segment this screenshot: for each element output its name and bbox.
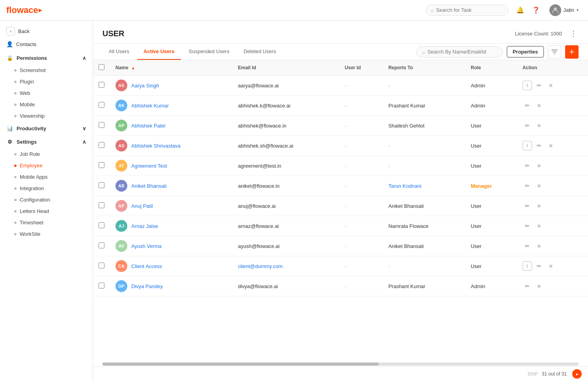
sidebar-item-mobile[interactable]: Mobile [0, 99, 93, 110]
edit-icon[interactable]: ✏ [534, 141, 544, 150]
user-name-link[interactable]: Abhishek Kumar [131, 103, 169, 109]
row-checkbox[interactable] [99, 82, 104, 88]
info-icon[interactable]: i [523, 261, 532, 271]
row-checkbox[interactable] [99, 202, 104, 208]
app-logo[interactable]: flowace▸ [6, 5, 42, 15]
user-name-link[interactable]: Abhishek Patel [131, 123, 166, 129]
menu-icon[interactable]: ≡ [546, 81, 556, 90]
user-name-link[interactable]: Agreement Test [131, 163, 167, 169]
user-name-link[interactable]: Arnaz Jalse [131, 223, 158, 229]
help-icon[interactable]: ❓ [530, 5, 541, 16]
edit-icon[interactable]: ✏ [523, 241, 532, 251]
menu-icon[interactable]: ≡ [534, 221, 544, 231]
reports-to-link[interactable]: Tarun Kodnani [388, 183, 421, 189]
sidebar-item-viewership[interactable]: Viewership [0, 110, 93, 122]
edit-icon[interactable]: ✏ [523, 161, 532, 170]
edit-icon[interactable]: ✏ [534, 261, 544, 271]
row-checkbox-cell[interactable] [93, 116, 110, 136]
row-checkbox-cell[interactable] [93, 256, 110, 276]
tab-all-users[interactable]: All Users [102, 44, 136, 60]
menu-icon[interactable]: ≡ [534, 161, 544, 170]
sidebar-item-letters-head[interactable]: Letters Head [0, 205, 93, 217]
row-checkbox[interactable] [99, 283, 104, 289]
menu-icon[interactable]: ≡ [534, 181, 544, 190]
name-search-input[interactable] [428, 49, 497, 55]
email-cell: anuj@flowace.ai [233, 196, 339, 216]
user-name-link[interactable]: Divya Pandey [131, 283, 163, 289]
menu-icon[interactable]: ≡ [534, 121, 544, 130]
sort-icon[interactable]: ▲ [131, 66, 135, 70]
edit-icon[interactable]: ✏ [523, 101, 532, 110]
user-name-link[interactable]: Abhishek Shrivastava [131, 143, 180, 149]
row-checkbox[interactable] [99, 142, 104, 148]
filter-button[interactable] [548, 45, 561, 59]
notifications-icon[interactable]: 🔔 [515, 5, 526, 16]
add-user-button[interactable]: + [565, 45, 579, 59]
row-checkbox-cell[interactable] [93, 196, 110, 216]
sidebar-section-settings[interactable]: ⚙ Settings ∧ [0, 135, 93, 148]
row-checkbox[interactable] [99, 222, 104, 228]
menu-icon[interactable]: ≡ [546, 141, 556, 150]
edit-icon[interactable]: ✏ [523, 181, 532, 190]
row-checkbox-cell[interactable] [93, 96, 110, 116]
info-icon[interactable]: i [523, 81, 532, 90]
sidebar-item-worksite[interactable]: WorkSite [0, 228, 93, 240]
sidebar-item-plugin[interactable]: Plugin [0, 76, 93, 87]
user-name-link[interactable]: Anuj Patil [131, 203, 153, 209]
menu-icon[interactable]: ≡ [534, 201, 544, 211]
user-name-link[interactable]: Aarya Singh [131, 83, 159, 89]
edit-icon[interactable]: ✏ [523, 281, 532, 291]
name-search-bar[interactable]: ⌕ [416, 46, 503, 57]
menu-icon[interactable]: ≡ [546, 261, 556, 271]
role-cell: User [465, 216, 517, 236]
info-icon[interactable]: i [523, 141, 532, 150]
menu-icon[interactable]: ≡ [534, 241, 544, 251]
user-name-link[interactable]: Aniket Bhansali [131, 183, 167, 189]
kebab-menu-button[interactable]: ⋮ [568, 28, 579, 39]
edit-icon[interactable]: ✏ [523, 121, 532, 130]
tab-suspended-users[interactable]: Suspended Users [182, 44, 236, 60]
sidebar-item-contacts[interactable]: 👤 Contacts [0, 39, 93, 51]
row-checkbox-cell[interactable] [93, 176, 110, 196]
edit-icon[interactable]: ✏ [523, 221, 532, 231]
sidebar-item-employee[interactable]: Employee [0, 160, 93, 171]
row-checkbox[interactable] [99, 122, 104, 128]
select-all-header[interactable] [93, 60, 110, 76]
row-checkbox[interactable] [99, 242, 104, 248]
edit-icon[interactable]: ✏ [523, 201, 532, 211]
row-checkbox-cell[interactable] [93, 76, 110, 96]
sidebar-section-permissions[interactable]: 🔒 Permissions ∧ [0, 51, 93, 65]
user-name-link[interactable]: Ayush Verma [131, 243, 162, 249]
task-search-input[interactable] [436, 7, 503, 13]
tab-active-users[interactable]: Active Users [137, 44, 181, 60]
sidebar-item-screenshot[interactable]: Screenshot [0, 65, 93, 76]
sidebar-section-productivity[interactable]: 📊 Productivity ∨ [0, 122, 93, 135]
row-checkbox[interactable] [99, 162, 104, 168]
row-checkbox[interactable] [99, 102, 104, 108]
task-search-bar[interactable]: ⌕ [426, 5, 508, 16]
sidebar-item-configuration[interactable]: Configuration [0, 194, 93, 205]
sidebar-item-integration[interactable]: Integration [0, 183, 93, 194]
edit-icon[interactable]: ✏ [534, 81, 544, 90]
row-checkbox[interactable] [99, 263, 104, 268]
sidebar-item-mobile-apps[interactable]: Mobile Apps [0, 171, 93, 183]
user-menu[interactable]: Jatin ▾ [546, 3, 582, 18]
sidebar-item-timesheet[interactable]: Timesheet [0, 217, 93, 228]
row-checkbox-cell[interactable] [93, 156, 110, 176]
row-checkbox[interactable] [99, 182, 104, 188]
sidebar-item-web[interactable]: Web [0, 87, 93, 99]
sidebar-item-job-role[interactable]: Job Role [0, 148, 93, 160]
row-checkbox-cell[interactable] [93, 216, 110, 236]
menu-icon[interactable]: ≡ [534, 281, 544, 291]
row-checkbox-cell[interactable] [93, 276, 110, 296]
tab-deleted-users[interactable]: Deleted Users [237, 44, 282, 60]
role-cell: User [465, 116, 517, 136]
menu-icon[interactable]: ≡ [534, 101, 544, 110]
row-checkbox-cell[interactable] [93, 136, 110, 156]
back-button[interactable]: ‹ Back [0, 24, 93, 39]
row-checkbox-cell[interactable] [93, 236, 110, 256]
user-name-link[interactable]: Client Access [131, 263, 162, 269]
horizontal-scrollbar[interactable] [93, 362, 588, 366]
select-all-checkbox[interactable] [99, 64, 104, 70]
properties-button[interactable]: Properties [507, 46, 544, 57]
